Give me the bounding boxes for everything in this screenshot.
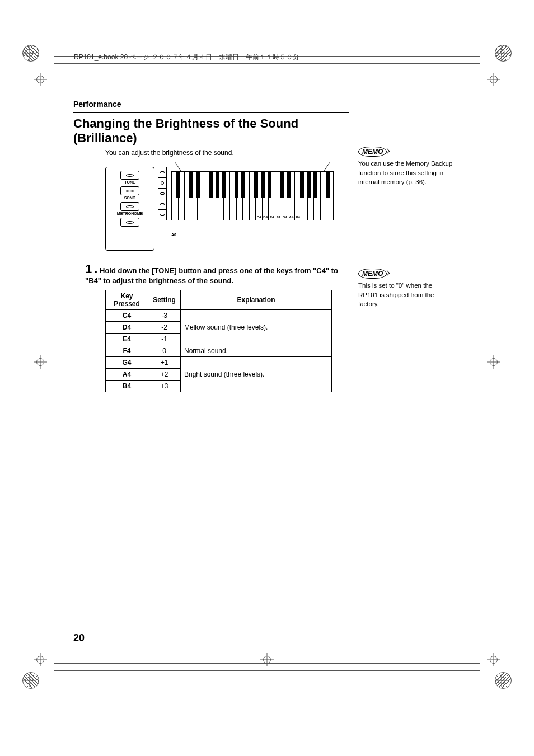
key-label: C4 bbox=[257, 215, 261, 219]
a0-label: A0 bbox=[171, 233, 176, 237]
table-row: F4 0 Normal sound. bbox=[106, 345, 332, 357]
registration-mark bbox=[487, 653, 500, 666]
cell-setting: -1 bbox=[148, 334, 181, 345]
table-row: C4 -3 Mellow sound (three levels). bbox=[106, 310, 332, 322]
keyboard-diagram: C4 D4 E4 F4 G4 A4 B4 bbox=[171, 171, 334, 220]
song-button-unit: SONG bbox=[120, 186, 139, 200]
col-explanation: Explanation bbox=[181, 290, 332, 310]
key-label: G4 bbox=[283, 215, 287, 219]
memo-1: MEMO You can use the Memory Backup funct… bbox=[358, 147, 453, 187]
cell-key: B4 bbox=[106, 381, 148, 392]
cell-exp-bright: Bright sound (three levels). bbox=[181, 357, 332, 392]
page-title-bar: Changing the Brightness of the Sound (Br… bbox=[73, 112, 349, 148]
song-button-icon bbox=[120, 186, 139, 195]
memo-icon: MEMO bbox=[358, 269, 387, 279]
print-corner-br bbox=[495, 672, 512, 689]
memo-1-text: You can use the Memory Backup function t… bbox=[358, 159, 453, 187]
key-label: D4 bbox=[263, 215, 268, 219]
rec-stack bbox=[158, 167, 167, 220]
black-keys bbox=[172, 172, 333, 198]
metronome-label: METRONOME bbox=[117, 212, 143, 215]
metronome-button-unit: METRONOME bbox=[117, 202, 143, 215]
cell-key: F4 bbox=[106, 345, 148, 357]
tone-button-icon bbox=[120, 171, 139, 180]
sidebar-divider bbox=[352, 116, 352, 756]
registration-mark bbox=[34, 73, 47, 86]
key-label: E4 bbox=[270, 215, 274, 219]
cell-setting: +2 bbox=[148, 369, 181, 381]
memo-2-text: This is set to "0" when the RP101 is shi… bbox=[358, 281, 453, 309]
step-dot: . bbox=[94, 262, 97, 276]
cell-key: G4 bbox=[106, 357, 148, 369]
page-number: 20 bbox=[73, 632, 85, 644]
settings-table: Key Pressed Setting Explanation C4 -3 Me… bbox=[105, 290, 332, 392]
key-label: A4 bbox=[289, 215, 294, 219]
intro-text: You can adjust the brightness of the sou… bbox=[105, 149, 234, 157]
extra-button-unit bbox=[120, 218, 139, 227]
step-number: 1 bbox=[85, 262, 92, 276]
col-setting: Setting bbox=[148, 290, 181, 310]
cell-exp-mellow: Mellow sound (three levels). bbox=[181, 310, 332, 345]
key-label: F4 bbox=[277, 215, 280, 219]
section-label: Performance bbox=[73, 100, 121, 109]
cell-key: A4 bbox=[106, 369, 148, 381]
key-label: B4 bbox=[296, 215, 300, 219]
registration-mark bbox=[487, 355, 500, 369]
cell-setting: +3 bbox=[148, 381, 181, 392]
footer-rule bbox=[54, 663, 480, 671]
cell-key: C4 bbox=[106, 310, 148, 322]
cell-setting: -3 bbox=[148, 310, 181, 322]
extra-button-icon bbox=[120, 218, 139, 227]
registration-mark bbox=[34, 653, 47, 666]
cell-setting: +1 bbox=[148, 357, 181, 369]
page-title: Changing the Brightness of the Sound (Br… bbox=[73, 116, 349, 145]
table-row: G4 +1 Bright sound (three levels). bbox=[106, 357, 332, 369]
header-crumb: RP101_e.book 20 ページ ２００７年４月４日 水曜日 午前１１時５… bbox=[74, 53, 299, 62]
cell-exp-normal: Normal sound. bbox=[181, 345, 332, 357]
cell-setting: -2 bbox=[148, 322, 181, 334]
diagram: TONE SONG METRONOME C4 D4 E4 F4 bbox=[105, 160, 335, 251]
memo-2: MEMO This is set to "0" when the RP101 i… bbox=[358, 269, 453, 309]
tone-label: TONE bbox=[124, 180, 135, 184]
song-label: SONG bbox=[124, 196, 136, 200]
col-key: Key Pressed bbox=[106, 290, 148, 310]
memo-icon: MEMO bbox=[358, 147, 387, 157]
step-1: 1. Hold down the [TONE] button and press… bbox=[85, 262, 348, 285]
cell-key: E4 bbox=[106, 334, 148, 345]
print-corner-bl bbox=[22, 672, 39, 689]
step-text: Hold down the [TONE] button and press on… bbox=[85, 266, 338, 285]
print-corner-tl bbox=[22, 45, 39, 62]
print-corner-tr bbox=[495, 45, 512, 62]
registration-mark bbox=[34, 355, 47, 369]
cell-key: D4 bbox=[106, 322, 148, 334]
table-header-row: Key Pressed Setting Explanation bbox=[106, 290, 332, 310]
panel-box: TONE SONG METRONOME bbox=[105, 167, 154, 251]
sidebar: MEMO You can use the Memory Backup funct… bbox=[358, 112, 453, 309]
metronome-button-icon bbox=[120, 202, 139, 211]
cell-setting: 0 bbox=[148, 345, 181, 357]
registration-mark bbox=[487, 73, 500, 86]
tone-button-unit: TONE bbox=[120, 171, 139, 184]
